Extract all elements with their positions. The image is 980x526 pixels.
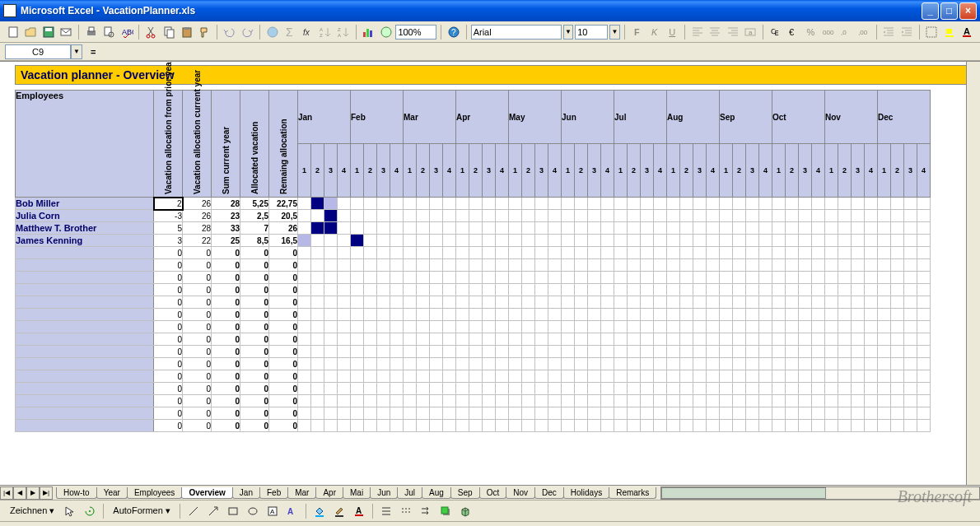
calendar-cell[interactable] bbox=[364, 296, 377, 309]
calendar-cell[interactable] bbox=[720, 235, 733, 247]
data-cell[interactable]: 26 bbox=[269, 222, 298, 235]
new-icon[interactable] bbox=[5, 23, 21, 41]
calendar-cell[interactable] bbox=[720, 383, 733, 395]
copy-icon[interactable] bbox=[161, 23, 178, 41]
calendar-cell[interactable] bbox=[562, 420, 575, 432]
calendar-cell[interactable] bbox=[601, 395, 614, 407]
calendar-cell[interactable] bbox=[641, 333, 654, 346]
calendar-cell[interactable] bbox=[417, 247, 430, 259]
calendar-cell[interactable] bbox=[509, 358, 522, 370]
calendar-cell[interactable] bbox=[311, 247, 324, 259]
data-cell[interactable]: 0 bbox=[154, 272, 183, 284]
calendar-cell[interactable] bbox=[628, 296, 641, 309]
calendar-cell[interactable] bbox=[351, 358, 364, 370]
calendar-cell[interactable] bbox=[614, 358, 628, 370]
calendar-cell[interactable] bbox=[628, 395, 641, 407]
calendar-cell[interactable] bbox=[917, 407, 931, 420]
calendar-cell[interactable] bbox=[852, 370, 865, 383]
calendar-cell[interactable] bbox=[838, 272, 852, 284]
calendar-cell[interactable] bbox=[799, 284, 812, 296]
data-cell[interactable]: 0 bbox=[269, 370, 298, 383]
calendar-cell[interactable] bbox=[430, 321, 443, 333]
calendar-cell[interactable] bbox=[496, 222, 509, 235]
calendar-cell[interactable] bbox=[496, 210, 509, 222]
calendar-cell[interactable] bbox=[720, 296, 733, 309]
data-cell[interactable]: 2 bbox=[154, 198, 183, 210]
calendar-cell[interactable] bbox=[298, 309, 311, 321]
data-cell[interactable]: 0 bbox=[240, 272, 269, 284]
calendar-cell[interactable] bbox=[364, 333, 377, 346]
calendar-cell[interactable] bbox=[522, 284, 535, 296]
calendar-cell[interactable] bbox=[469, 198, 483, 210]
data-cell[interactable]: 0 bbox=[240, 407, 269, 420]
data-cell[interactable]: 0 bbox=[154, 309, 183, 321]
calendar-cell[interactable] bbox=[904, 296, 917, 309]
calendar-cell[interactable] bbox=[509, 296, 522, 309]
calendar-cell[interactable] bbox=[746, 210, 759, 222]
data-cell[interactable]: 0 bbox=[183, 370, 212, 383]
calendar-cell[interactable] bbox=[865, 272, 878, 284]
calendar-cell[interactable] bbox=[535, 346, 548, 358]
data-cell[interactable]: 0 bbox=[240, 358, 269, 370]
calendar-cell[interactable] bbox=[338, 370, 351, 383]
calendar-cell[interactable] bbox=[812, 370, 825, 383]
sheet-tab[interactable]: Aug bbox=[422, 487, 451, 499]
calendar-cell[interactable] bbox=[654, 309, 667, 321]
calendar-cell[interactable] bbox=[298, 370, 311, 383]
calendar-cell[interactable] bbox=[759, 198, 772, 210]
calendar-cell[interactable] bbox=[852, 272, 865, 284]
calendar-cell[interactable] bbox=[799, 259, 812, 272]
calendar-cell[interactable] bbox=[917, 333, 931, 346]
calendar-cell[interactable] bbox=[351, 395, 364, 407]
calendar-cell[interactable] bbox=[733, 210, 746, 222]
calendar-cell[interactable] bbox=[759, 284, 772, 296]
calendar-cell[interactable] bbox=[852, 210, 865, 222]
calendar-cell[interactable] bbox=[838, 407, 852, 420]
calendar-cell[interactable] bbox=[404, 321, 417, 333]
calendar-cell[interactable] bbox=[509, 259, 522, 272]
sheet-tab[interactable]: How-to bbox=[56, 487, 97, 499]
calendar-cell[interactable] bbox=[641, 198, 654, 210]
redo-icon[interactable] bbox=[240, 23, 256, 41]
calendar-cell[interactable] bbox=[693, 259, 707, 272]
calendar-cell[interactable] bbox=[812, 309, 825, 321]
calendar-cell[interactable] bbox=[746, 407, 759, 420]
calendar-cell[interactable] bbox=[838, 247, 852, 259]
calendar-cell[interactable] bbox=[588, 346, 601, 358]
calendar-cell[interactable] bbox=[351, 259, 364, 272]
calendar-cell[interactable] bbox=[430, 272, 443, 284]
calendar-cell[interactable] bbox=[667, 395, 680, 407]
calendar-cell[interactable] bbox=[680, 222, 693, 235]
calendar-cell[interactable] bbox=[667, 235, 680, 247]
calendar-cell[interactable] bbox=[351, 296, 364, 309]
calendar-cell[interactable] bbox=[443, 407, 456, 420]
calendar-cell[interactable] bbox=[483, 420, 496, 432]
calendar-cell[interactable] bbox=[641, 309, 654, 321]
calendar-cell[interactable] bbox=[746, 247, 759, 259]
calendar-cell[interactable] bbox=[509, 333, 522, 346]
calendar-cell[interactable] bbox=[443, 235, 456, 247]
calendar-cell[interactable] bbox=[891, 198, 904, 210]
calendar-cell[interactable] bbox=[311, 420, 324, 432]
calendar-cell[interactable] bbox=[614, 333, 628, 346]
calendar-cell[interactable] bbox=[799, 296, 812, 309]
calendar-cell[interactable] bbox=[707, 284, 720, 296]
calendar-cell[interactable] bbox=[799, 235, 812, 247]
calendar-cell[interactable] bbox=[667, 420, 680, 432]
data-cell[interactable]: 0 bbox=[183, 420, 212, 432]
calendar-cell[interactable] bbox=[720, 321, 733, 333]
calendar-cell[interactable] bbox=[667, 296, 680, 309]
calendar-cell[interactable] bbox=[733, 395, 746, 407]
calendar-cell[interactable] bbox=[838, 333, 852, 346]
calendar-cell[interactable] bbox=[390, 395, 404, 407]
calendar-cell[interactable] bbox=[733, 259, 746, 272]
calendar-cell[interactable] bbox=[917, 284, 931, 296]
line-color-icon[interactable] bbox=[330, 502, 348, 520]
thousands-icon[interactable]: 000 bbox=[820, 23, 837, 41]
calendar-cell[interactable] bbox=[917, 321, 931, 333]
calendar-cell[interactable] bbox=[707, 309, 720, 321]
calendar-cell[interactable] bbox=[865, 358, 878, 370]
calendar-cell[interactable] bbox=[759, 383, 772, 395]
calendar-cell[interactable] bbox=[772, 383, 786, 395]
calendar-cell[interactable] bbox=[759, 370, 772, 383]
